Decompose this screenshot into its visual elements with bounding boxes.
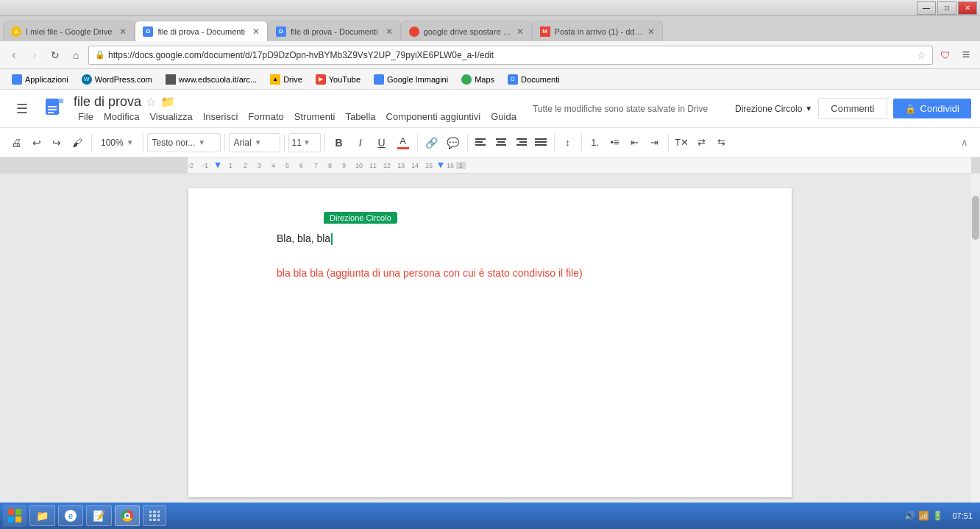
style-selector[interactable]: Testo nor... ▼: [147, 133, 221, 152]
docs-account-label[interactable]: Direzione Circolo ▼: [735, 104, 812, 114]
tab-drive[interactable]: ▲ I miei file - Google Drive ✕: [3, 21, 135, 41]
menu-tabella[interactable]: Tabella: [341, 110, 380, 123]
close-button[interactable]: ✕: [958, 1, 977, 15]
doc-scroll-area[interactable]: Direzione Circolo Bla, bla, bla bla bla …: [0, 174, 980, 503]
tab-docs-2[interactable]: D file di prova - Documenti ✕: [268, 21, 401, 41]
bookmark-wordpress[interactable]: W WordPress.com: [76, 73, 158, 86]
bold-button[interactable]: B: [329, 132, 349, 153]
refresh-button[interactable]: ↻: [47, 47, 63, 63]
taskbar-chrome-button[interactable]: [115, 505, 140, 526]
font-dropdown-icon: ▼: [255, 138, 262, 146]
indent-more-button[interactable]: ⇥: [645, 132, 664, 153]
bookmark-drive[interactable]: ▲ Drive: [264, 73, 308, 86]
insert-link-button[interactable]: 🔗: [422, 132, 442, 153]
taskbar-folder-button[interactable]: 📁: [29, 505, 55, 526]
font-size-selector[interactable]: 11 ▼: [288, 133, 321, 152]
start-button[interactable]: [3, 505, 26, 527]
forward-button[interactable]: ›: [26, 47, 43, 63]
taskbar-apps-button[interactable]: [143, 505, 166, 526]
menu-visualizza[interactable]: Visualizza: [145, 110, 196, 123]
tab-mail[interactable]: M Posta in arrivo (1) - dd4fo ✕: [532, 21, 663, 41]
share-button[interactable]: 🔒 Condividi: [893, 99, 971, 118]
menu-strumenti[interactable]: Strumenti: [290, 110, 340, 123]
tab-close-drive[interactable]: ✕: [119, 26, 127, 37]
vertical-scrollbar[interactable]: [971, 174, 980, 503]
tab-title-mail: Posta in arrivo (1) - dd4fo: [555, 27, 643, 36]
indent-less-button[interactable]: ⇤: [625, 132, 645, 153]
scrollbar-thumb[interactable]: [972, 196, 979, 240]
insert-comment-button[interactable]: 💬: [443, 132, 464, 153]
menu-guida[interactable]: Guida: [486, 110, 521, 123]
align-justify-button[interactable]: [531, 132, 550, 153]
menu-formato[interactable]: Formato: [244, 110, 288, 123]
docs-menu-bar: File Modifica Visualizza Inserisci Forma…: [74, 110, 521, 123]
svg-rect-1: [48, 106, 57, 107]
bookmark-youtube-label: YouTube: [329, 75, 361, 84]
tab-search[interactable]: google drive spostare file ✕: [401, 21, 532, 41]
menu-file[interactable]: File: [74, 110, 98, 123]
undo-button[interactable]: ↩: [27, 132, 46, 153]
url-box[interactable]: 🔒 https://docs.google.com/document/d/17p…: [88, 46, 933, 65]
toolbar-collapse-button[interactable]: ∧: [955, 132, 974, 153]
bookmark-applicazioni[interactable]: Applicazioni: [6, 73, 74, 86]
taskbar-notepad-button[interactable]: 📝: [86, 505, 112, 526]
docs-save-status: Tutte le modifiche sono state salvate in…: [527, 104, 729, 114]
zoom-selector[interactable]: 100% ▼: [96, 133, 139, 152]
tab-close-search[interactable]: ✕: [516, 26, 524, 37]
redo-button[interactable]: ↪: [47, 132, 66, 153]
svg-rect-8: [475, 144, 486, 146]
tab-docs-active[interactable]: D file di prova - Documenti ✕: [135, 21, 268, 41]
paint-format-button[interactable]: 🖌: [67, 132, 88, 153]
tab-favicon-docs: D: [143, 26, 153, 37]
menu-button[interactable]: ≡: [958, 47, 974, 63]
back-button[interactable]: ‹: [6, 47, 22, 63]
doc-line2[interactable]: bla bla bla (aggiunta di una persona con…: [277, 267, 703, 279]
menu-inserisci[interactable]: Inserisci: [199, 110, 243, 123]
bookmarks-bar: Applicazioni W WordPress.com www.edscuol…: [0, 69, 980, 90]
taskbar-ie-button[interactable]: e: [58, 505, 83, 526]
clear-formatting-button[interactable]: T✕: [672, 132, 692, 153]
align-center-button[interactable]: [491, 132, 511, 153]
doc-line1[interactable]: Direzione Circolo Bla, bla, bla: [277, 232, 703, 245]
tabs-bar: ▲ I miei file - Google Drive ✕ D file di…: [0, 16, 980, 41]
favorite-star-icon[interactable]: ☆: [146, 95, 156, 109]
print-button[interactable]: 🖨: [6, 132, 26, 153]
minimize-button[interactable]: —: [917, 1, 936, 15]
line-spacing-button[interactable]: ↕: [558, 132, 578, 153]
italic-button[interactable]: I: [350, 132, 371, 153]
doc-text-line1[interactable]: Bla, bla, bla: [277, 232, 330, 244]
docs-filename[interactable]: file di prova: [74, 94, 141, 110]
tab-close-mail[interactable]: ✕: [647, 26, 655, 37]
bookmark-documenti[interactable]: D Documenti: [502, 73, 566, 86]
font-selector[interactable]: Arial ▼: [229, 133, 280, 152]
home-button[interactable]: ⌂: [68, 47, 84, 63]
bookmark-youtube[interactable]: ▶ YouTube: [310, 73, 366, 86]
bookmark-edscuola[interactable]: www.edscuola.it/arc...: [160, 73, 263, 86]
tab-favicon-docs2: D: [276, 26, 286, 37]
new-tab-button[interactable]: [663, 21, 683, 41]
align-right-button[interactable]: [511, 132, 530, 153]
ltr-button[interactable]: ⇄: [692, 132, 711, 153]
rtl-button[interactable]: ⇆: [712, 132, 731, 153]
svg-rect-17: [535, 144, 547, 146]
color-bar: [397, 147, 409, 149]
tab-close-docs2[interactable]: ✕: [386, 26, 393, 37]
maximize-button[interactable]: □: [937, 1, 956, 15]
text-color-button[interactable]: A: [393, 132, 413, 153]
svg-rect-9: [496, 138, 506, 140]
align-left-button[interactable]: [472, 132, 491, 153]
bookmark-maps[interactable]: Maps: [455, 73, 500, 86]
svg-rect-2: [48, 109, 57, 110]
ordered-list-button[interactable]: 1.: [586, 132, 605, 153]
hamburger-menu-button[interactable]: ☰: [9, 96, 35, 122]
menu-componenti[interactable]: Componenti aggiuntivi: [382, 110, 486, 123]
comments-button[interactable]: Commenti: [818, 98, 887, 119]
bookmark-images[interactable]: Google Immagini: [368, 73, 454, 86]
bookmark-star-icon[interactable]: ☆: [917, 49, 926, 61]
unordered-list-button[interactable]: •≡: [606, 132, 625, 153]
folder-icon[interactable]: 📁: [160, 95, 175, 109]
menu-modifica[interactable]: Modifica: [99, 110, 143, 123]
tab-close-docs[interactable]: ✕: [252, 26, 260, 37]
underline-button[interactable]: U: [372, 132, 392, 153]
svg-rect-14: [516, 144, 527, 146]
